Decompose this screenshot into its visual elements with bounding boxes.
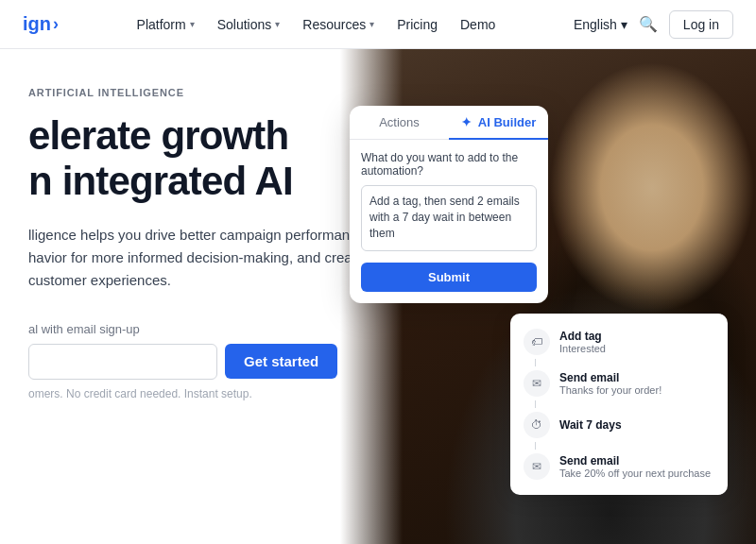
auto-item-send-email-1: ✉ Send email Thanks for your order!: [510, 363, 728, 404]
header: ign › Platform ▾ Solutions ▾ Resources ▾…: [0, 0, 756, 49]
logo-text: ign: [23, 13, 51, 35]
nav-platform[interactable]: Platform ▾: [128, 11, 204, 38]
auto-item-title: Add tag: [559, 330, 714, 343]
hero-content: ARTIFICIAL INTELLIGENCE elerate growth n…: [0, 49, 378, 438]
header-left: ign ›: [23, 13, 59, 35]
email-input[interactable]: [28, 344, 217, 380]
ai-builder-card: Actions ✦ AI Builder What do you want to…: [350, 106, 548, 303]
email-icon: ✉: [524, 370, 550, 397]
auto-item-wait: ⏱ Wait 7 days: [510, 404, 728, 446]
hero-footnote: omers. No credit card needed. Instant se…: [28, 387, 378, 400]
ai-question: What do you want to add to the automatio…: [361, 151, 537, 178]
tab-actions[interactable]: Actions: [350, 106, 449, 139]
auto-item-text: Wait 7 days: [559, 418, 714, 432]
ai-card-body: What do you want to add to the automatio…: [350, 140, 548, 292]
ai-sparkle-icon: ✦: [461, 115, 472, 129]
nav-solutions[interactable]: Solutions ▾: [208, 11, 290, 38]
email-icon: ✉: [524, 453, 550, 480]
logo[interactable]: ign ›: [23, 13, 59, 35]
hero-tag: ARTIFICIAL INTELLIGENCE: [28, 87, 378, 98]
auto-item-text: Send email Thanks for your order!: [559, 371, 714, 396]
nav-pricing[interactable]: Pricing: [387, 11, 447, 38]
main-nav: Platform ▾ Solutions ▾ Resources ▾ Prici…: [128, 11, 506, 38]
auto-item-text: Add tag Interested: [559, 330, 714, 354]
auto-item-subtitle: Take 20% off your next purchase: [559, 468, 714, 479]
chevron-down-icon: ▾: [621, 17, 627, 32]
form-row: Get started: [28, 344, 378, 380]
tag-icon: 🏷: [524, 329, 550, 355]
clock-icon: ⏱: [524, 412, 550, 438]
login-button[interactable]: Log in: [669, 10, 733, 39]
automation-card: 🏷 Add tag Interested ✉ Send email Thanks…: [510, 314, 728, 495]
form-label: al with email sign-up: [28, 322, 378, 336]
hero-form: al with email sign-up Get started: [28, 322, 378, 380]
ai-submit-button[interactable]: Submit: [361, 263, 537, 292]
auto-item-title: Send email: [559, 371, 714, 384]
hero-title-line2: n integrated AI: [28, 159, 378, 204]
auto-item-subtitle: Thanks for your order!: [559, 384, 714, 396]
nav-demo[interactable]: Demo: [451, 11, 505, 38]
chevron-down-icon: ▾: [275, 19, 280, 29]
chevron-down-icon: ▾: [369, 19, 374, 29]
hero-title: elerate growth n integrated AI: [28, 113, 378, 205]
logo-arrow: ›: [53, 14, 59, 34]
auto-item-title: Send email: [559, 454, 714, 468]
hero-section: ARTIFICIAL INTELLIGENCE elerate growth n…: [0, 49, 756, 544]
header-right: English ▾ 🔍 Log in: [574, 10, 733, 39]
auto-item-send-email-2: ✉ Send email Take 20% off your next purc…: [510, 446, 728, 487]
search-icon[interactable]: 🔍: [639, 15, 658, 33]
auto-item-text: Send email Take 20% off your next purcha…: [559, 454, 714, 479]
tab-ai-builder[interactable]: ✦ AI Builder: [449, 106, 548, 139]
nav-resources[interactable]: Resources ▾: [293, 11, 384, 38]
hero-title-line1: elerate growth: [28, 113, 378, 159]
get-started-button[interactable]: Get started: [225, 344, 337, 379]
language-selector[interactable]: English ▾: [574, 17, 627, 32]
auto-item-subtitle: Interested: [559, 343, 714, 354]
chevron-down-icon: ▾: [190, 19, 195, 29]
ai-textarea[interactable]: Add a tag, then send 2 emails with a 7 d…: [361, 185, 537, 251]
ai-card-tabs: Actions ✦ AI Builder: [350, 106, 548, 140]
hero-description: lligence helps you drive better campaign…: [28, 224, 378, 292]
auto-item-title: Wait 7 days: [559, 418, 714, 432]
auto-item-add-tag: 🏷 Add tag Interested: [510, 321, 728, 363]
